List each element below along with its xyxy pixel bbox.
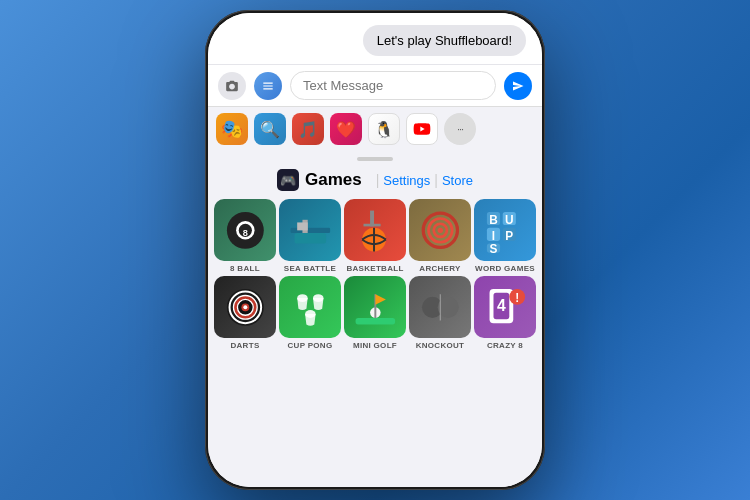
game-label-wordgames: WORD GAMES bbox=[475, 264, 535, 273]
svg-text:P: P bbox=[505, 228, 513, 242]
game-thumb-minigolf bbox=[344, 276, 406, 338]
settings-nav-link[interactable]: Settings bbox=[383, 173, 430, 188]
game-item-minigolf[interactable]: MINI GOLF bbox=[344, 276, 406, 350]
svg-rect-5 bbox=[294, 233, 326, 244]
games-logo-icon: 🎮 bbox=[277, 169, 299, 191]
game-item-wordgames[interactable]: B U I P S WORD GAMES bbox=[474, 199, 536, 273]
game-thumb-seabattle bbox=[279, 199, 341, 261]
svg-text:B: B bbox=[489, 212, 498, 226]
message-text: Let's play Shuffleboard! bbox=[377, 33, 512, 48]
svg-text:U: U bbox=[505, 212, 514, 226]
game-thumb-wordgames: B U I P S bbox=[474, 199, 536, 261]
memoji-app-icon[interactable]: 🎭 bbox=[216, 113, 248, 145]
youtube-app-icon[interactable] bbox=[406, 113, 438, 145]
game-thumb-8ball: 8 bbox=[214, 199, 276, 261]
phone-frame: Let's play Shuffleboard! bbox=[205, 10, 545, 490]
game-item-archery[interactable]: ARCHERY bbox=[409, 199, 471, 273]
apps-icon[interactable] bbox=[254, 72, 282, 100]
game-item-crazyb[interactable]: 4 ! CRAZY 8 bbox=[474, 276, 536, 350]
svg-point-31 bbox=[243, 305, 247, 309]
svg-text:S: S bbox=[489, 241, 497, 255]
game-label-knockout: KNOCKOUT bbox=[416, 341, 465, 350]
game-item-basketball[interactable]: BASKETBALL bbox=[344, 199, 406, 273]
games-header: 🎮 Games | Settings | Store bbox=[208, 165, 542, 199]
game-thumb-darts bbox=[214, 276, 276, 338]
fitness-app-icon[interactable]: ❤️ bbox=[330, 113, 362, 145]
svg-text:I: I bbox=[491, 228, 494, 242]
game-thumb-cuppong bbox=[279, 276, 341, 338]
send-button[interactable] bbox=[504, 72, 532, 100]
svg-rect-7 bbox=[297, 222, 308, 230]
games-nav: | Settings | Store bbox=[376, 172, 473, 188]
game-label-crazyb: CRAZY 8 bbox=[487, 341, 523, 350]
game-thumb-basketball bbox=[344, 199, 406, 261]
svg-rect-35 bbox=[355, 318, 395, 325]
game-label-8ball: 8 BALL bbox=[230, 264, 260, 273]
phone-screen: Let's play Shuffleboard! bbox=[208, 13, 542, 487]
music-app-icon[interactable]: 🎵 bbox=[292, 113, 324, 145]
app-strip: 🎭 🔍 🎵 ❤️ 🐧 bbox=[208, 106, 542, 151]
game-label-darts: DARTS bbox=[230, 341, 259, 350]
store-nav-link[interactable]: Store bbox=[442, 173, 473, 188]
game-item-8ball[interactable]: 8 8 BALL bbox=[214, 199, 276, 273]
games-title: Games bbox=[305, 170, 362, 190]
game-thumb-archery bbox=[409, 199, 471, 261]
message-area: Let's play Shuffleboard! bbox=[208, 13, 542, 64]
more-dots: ··· bbox=[457, 123, 463, 135]
svg-text:8: 8 bbox=[242, 227, 247, 237]
game-thumb-crazyb: 4 ! bbox=[474, 276, 536, 338]
svg-text:4: 4 bbox=[497, 297, 506, 314]
search-app-icon[interactable]: 🔍 bbox=[254, 113, 286, 145]
svg-text:!: ! bbox=[515, 291, 519, 305]
input-bar bbox=[208, 64, 542, 106]
game-label-minigolf: MINI GOLF bbox=[353, 341, 397, 350]
penguin-app-icon[interactable]: 🐧 bbox=[368, 113, 400, 145]
game-item-knockout[interactable]: KNOCKOUT bbox=[409, 276, 471, 350]
game-item-cuppong[interactable]: CUP PONG bbox=[279, 276, 341, 350]
game-thumb-knockout bbox=[409, 276, 471, 338]
game-label-basketball: BASKETBALL bbox=[346, 264, 403, 273]
more-apps-button[interactable]: ··· bbox=[444, 113, 476, 145]
drag-handle[interactable] bbox=[357, 157, 393, 161]
svg-marker-38 bbox=[375, 294, 386, 305]
svg-rect-9 bbox=[363, 223, 380, 226]
camera-icon[interactable] bbox=[218, 72, 246, 100]
game-item-seabattle[interactable]: SEA BATTLE bbox=[279, 199, 341, 273]
game-label-cuppong: CUP PONG bbox=[288, 341, 333, 350]
game-label-seabattle: SEA BATTLE bbox=[284, 264, 336, 273]
game-item-darts[interactable]: DARTS bbox=[214, 276, 276, 350]
message-input[interactable] bbox=[290, 71, 496, 100]
svg-rect-4 bbox=[290, 227, 330, 232]
message-bubble: Let's play Shuffleboard! bbox=[363, 25, 526, 56]
svg-point-15 bbox=[437, 227, 442, 232]
games-grid-row2: DARTS bbox=[208, 276, 542, 350]
game-label-archery: ARCHERY bbox=[419, 264, 460, 273]
games-grid-row1: 8 8 BALL SEA BATTLE bbox=[208, 199, 542, 273]
games-panel: 🎮 Games | Settings | Store bbox=[208, 151, 542, 487]
